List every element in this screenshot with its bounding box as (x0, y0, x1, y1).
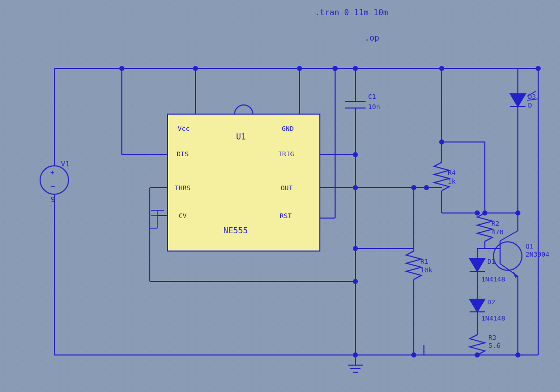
schematic-canvas (0, 0, 560, 392)
